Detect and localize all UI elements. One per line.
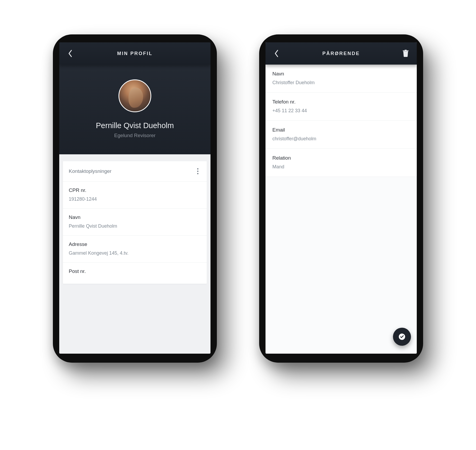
topbar-profile: MIN PROFIL [59,42,210,65]
back-button[interactable] [65,48,76,59]
kebab-icon [197,168,199,174]
svg-rect-4 [405,50,407,51]
page-title: MIN PROFIL [59,51,210,56]
card-header: Kontaktoplysninger [63,161,207,182]
screen-relative: PÅRØRENDE Navn Christoffer Dueholm Telef… [266,42,417,354]
profile-name: Pernille Qvist Dueholm [96,121,174,130]
screen-profile: MIN PROFIL Pernille Qvist Dueholm Egelun… [59,42,210,354]
field-label: Post nr. [69,268,201,274]
row-label: Telefon nr. [272,99,410,105]
row-email[interactable]: Email christoffer@dueholm [266,121,417,149]
row-value: christoffer@dueholm [272,136,410,142]
delete-button[interactable] [400,48,411,59]
card-header-title: Kontaktoplysninger [69,168,112,174]
svg-point-1 [197,171,199,172]
profile-company: Egelund Revisorer [114,133,155,138]
field-value: Pernille Qvist Dueholm [69,223,201,229]
topbar-relative: PÅRØRENDE [266,42,417,65]
field-name[interactable]: Navn Pernille Qvist Dueholm [63,209,207,236]
content-area: Kontaktoplysninger CPR nr. 191280-1244 N… [59,154,210,354]
row-value: Christoffer Dueholm [272,80,410,86]
svg-point-2 [197,173,199,174]
row-value: Mand [272,164,410,170]
avatar[interactable] [118,79,151,112]
confirm-fab[interactable] [393,328,411,346]
row-relation[interactable]: Relation Mand [266,149,417,177]
svg-point-0 [197,168,199,170]
field-cpr[interactable]: CPR nr. 191280-1244 [63,182,207,209]
check-circle-icon [398,333,406,340]
row-label: Email [272,127,410,133]
chevron-left-icon [274,50,279,57]
profile-hero: Pernille Qvist Dueholm Egelund Revisorer [59,65,210,154]
field-value: 191280-1244 [69,196,201,202]
row-label: Relation [272,155,410,161]
back-button[interactable] [271,48,282,59]
phone-left: MIN PROFIL Pernille Qvist Dueholm Egelun… [53,34,217,363]
page-title: PÅRØRENDE [266,51,417,56]
chevron-left-icon [68,50,73,57]
row-value: +45 11 22 33 44 [272,108,410,114]
field-label: CPR nr. [69,187,201,193]
row-label: Navn [272,71,410,77]
more-button[interactable] [195,168,201,174]
contact-card: Kontaktoplysninger CPR nr. 191280-1244 N… [63,161,207,284]
trash-icon [402,50,409,57]
relative-list: Navn Christoffer Dueholm Telefon nr. +45… [266,65,417,177]
field-label: Adresse [69,241,201,247]
field-post[interactable]: Post nr. [63,263,207,284]
phone-right: PÅRØRENDE Navn Christoffer Dueholm Telef… [259,34,423,363]
field-label: Navn [69,214,201,220]
row-name[interactable]: Navn Christoffer Dueholm [266,65,417,93]
field-value: Gammel Kongevej 145, 4.tv. [69,250,201,256]
field-address[interactable]: Adresse Gammel Kongevej 145, 4.tv. [63,236,207,263]
row-phone[interactable]: Telefon nr. +45 11 22 33 44 [266,93,417,121]
